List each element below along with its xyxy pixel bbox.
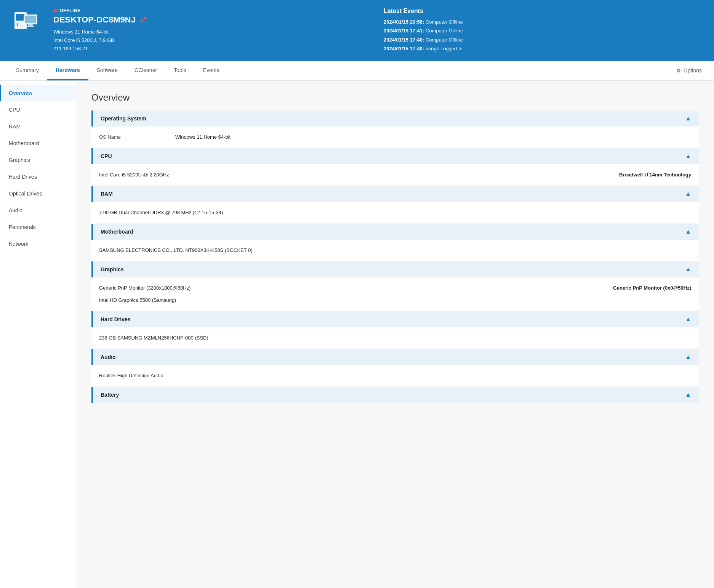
section-title-ram: RAM — [101, 191, 113, 197]
section-body-ram: 7.90 GB Dual-Channel DDR3 @ 798 MHz (12-… — [91, 202, 699, 223]
chevron-up-icon: ▲ — [685, 191, 691, 197]
row-value-right: Generic PnP Monitor (0x0@59Hz) — [613, 285, 691, 291]
section-body-cpu: Intel Core i5 5200U @ 2.20GHzBroadwell-U… — [91, 164, 699, 185]
main-content: Overview Operating System▲OS NameWindows… — [76, 81, 714, 588]
row-label: Generic PnP Monitor (3200x1800@60Hz) — [99, 285, 613, 291]
chevron-up-icon: ▲ — [685, 354, 691, 360]
tab-hardware[interactable]: Hardware — [47, 61, 88, 80]
svg-rect-7 — [27, 26, 34, 27]
page-title: Overview — [91, 92, 699, 103]
event-desc: Computer Offline — [426, 19, 463, 25]
row-value: Windows 11 Home 64-bit — [175, 134, 691, 140]
sidebar-item-optical-drives[interactable]: Optical Drives — [0, 185, 76, 202]
table-row: 238 GB SAMSUNG MZMLN256HCHP-000 (SSD) — [99, 332, 691, 344]
tab-software[interactable]: Software — [88, 61, 126, 80]
svg-rect-6 — [28, 24, 33, 26]
row-label: Intel Core i5 5200U @ 2.20GHz — [99, 172, 619, 178]
table-row: Intel Core i5 5200U @ 2.20GHzBroadwell-U… — [99, 169, 691, 181]
event-desc: Computer Online — [426, 28, 463, 34]
row-single-value: 7.90 GB Dual-Channel DDR3 @ 798 MHz (12-… — [99, 210, 223, 215]
pin-icon[interactable]: 📌 — [139, 16, 147, 24]
options-button[interactable]: ⚙ Options — [672, 64, 706, 77]
status-indicator: OFFLINE — [53, 8, 372, 13]
computer-icon — [11, 8, 42, 38]
hostname: DESKTOP-DC8M9NJ 📌 — [53, 15, 372, 25]
tab-events[interactable]: Events — [195, 61, 228, 80]
section-header-motherboard[interactable]: Motherboard▲ — [91, 224, 699, 240]
event-item: 2024/01/15 17:41: Computer Online — [384, 26, 703, 35]
header-events: Latest Events 2024/01/15 20:58: Computer… — [384, 8, 703, 53]
sidebar-item-peripherals[interactable]: Peripherals — [0, 219, 76, 236]
section-header-hard-drives[interactable]: Hard Drives▲ — [91, 311, 699, 327]
row-value-right: Broadwell-U 14nm Technology — [619, 172, 691, 178]
section-body-motherboard: SAMSUNG ELECTRONICS CO., LTD. NT900X3K-K… — [91, 240, 699, 261]
row-single-value: SAMSUNG ELECTRONICS CO., LTD. NT900X3K-K… — [99, 247, 253, 253]
event-item: 2024/01/15 17:40: Computer Offline — [384, 35, 703, 44]
svg-rect-3 — [16, 23, 19, 24]
tab-summary[interactable]: Summary — [8, 61, 47, 80]
options-label: Options — [684, 67, 702, 74]
sidebar-item-motherboard[interactable]: Motherboard — [0, 135, 76, 152]
event-time: 2024/01/15 20:58: — [384, 19, 424, 25]
table-row: OS NameWindows 11 Home 64-bit — [99, 131, 691, 143]
event-desc: bongk Logged In — [426, 46, 463, 51]
sidebar: OverviewCPURAMMotherboardGraphicsHard Dr… — [0, 81, 76, 588]
sidebar-item-audio[interactable]: Audio — [0, 202, 76, 219]
sidebar-item-graphics[interactable]: Graphics — [0, 152, 76, 168]
event-time: 2024/01/15 17:40: — [384, 37, 424, 43]
section-header-battery[interactable]: Battery▲ — [91, 387, 699, 403]
sidebar-item-cpu[interactable]: CPU — [0, 101, 76, 118]
section-battery: Battery▲ — [91, 387, 699, 403]
chevron-up-icon: ▲ — [685, 391, 691, 398]
section-title-hard-drives: Hard Drives — [101, 316, 131, 322]
section-ram: RAM▲7.90 GB Dual-Channel DDR3 @ 798 MHz … — [91, 186, 699, 223]
section-header-graphics[interactable]: Graphics▲ — [91, 261, 699, 277]
section-header-operating-system[interactable]: Operating System▲ — [91, 111, 699, 127]
table-row: Generic PnP Monitor (3200x1800@60Hz)Gene… — [99, 282, 691, 294]
event-item: 2024/01/15 20:58: Computer Offline — [384, 18, 703, 26]
sidebar-item-overview[interactable]: Overview — [0, 85, 76, 101]
section-title-operating-system: Operating System — [101, 115, 146, 122]
section-body-operating-system: OS NameWindows 11 Home 64-bit — [91, 127, 699, 147]
row-label: OS Name — [99, 134, 175, 140]
row-single-value: 238 GB SAMSUNG MZMLN256HCHP-000 (SSD) — [99, 335, 208, 341]
section-header-ram[interactable]: RAM▲ — [91, 186, 699, 202]
sidebar-item-ram[interactable]: RAM — [0, 118, 76, 135]
row-single-value: Realtek High Definition Audio — [99, 373, 163, 378]
event-time: 2024/01/15 17:40: — [384, 46, 424, 51]
header-info: OFFLINE DESKTOP-DC8M9NJ 📌 Windows 11 Hom… — [53, 8, 372, 53]
chevron-up-icon: ▲ — [685, 266, 691, 273]
event-item: 2024/01/15 17:40: bongk Logged In — [384, 44, 703, 53]
section-motherboard: Motherboard▲SAMSUNG ELECTRONICS CO., LTD… — [91, 224, 699, 261]
navigation: SummaryHardwareSoftwareCCleanerToolsEven… — [0, 61, 714, 81]
sections-container: Operating System▲OS NameWindows 11 Home … — [91, 111, 699, 403]
tab-cccleaner[interactable]: CCleaner — [126, 61, 165, 80]
table-row: Intel HD Graphics 5500 (Samsung) — [99, 294, 691, 306]
chevron-up-icon: ▲ — [685, 316, 691, 323]
row-single-value: Intel HD Graphics 5500 (Samsung) — [99, 297, 176, 303]
sidebar-item-network[interactable]: Network — [0, 236, 76, 252]
tab-tools[interactable]: Tools — [165, 61, 195, 80]
events-list: 2024/01/15 20:58: Computer Offline2024/0… — [384, 18, 703, 53]
section-audio: Audio▲Realtek High Definition Audio — [91, 349, 699, 386]
section-hard-drives: Hard Drives▲238 GB SAMSUNG MZMLN256HCHP-… — [91, 311, 699, 348]
chevron-up-icon: ▲ — [685, 115, 691, 122]
section-title-battery: Battery — [101, 392, 119, 398]
chevron-up-icon: ▲ — [685, 153, 691, 160]
event-desc: Computer Offline — [426, 37, 463, 43]
section-header-cpu[interactable]: CPU▲ — [91, 148, 699, 164]
svg-point-2 — [17, 24, 18, 26]
section-header-audio[interactable]: Audio▲ — [91, 349, 699, 365]
section-title-cpu: CPU — [101, 153, 112, 159]
chevron-up-icon: ▲ — [685, 228, 691, 235]
section-body-hard-drives: 238 GB SAMSUNG MZMLN256HCHP-000 (SSD) — [91, 327, 699, 348]
status-dot — [53, 9, 57, 13]
events-title: Latest Events — [384, 8, 703, 14]
svg-rect-5 — [25, 16, 36, 23]
table-row: SAMSUNG ELECTRONICS CO., LTD. NT900X3K-K… — [99, 244, 691, 256]
section-title-graphics: Graphics — [101, 266, 124, 272]
section-title-motherboard: Motherboard — [101, 229, 133, 235]
sidebar-item-hard-drives[interactable]: Hard Drives — [0, 168, 76, 185]
section-operating-system: Operating System▲OS NameWindows 11 Home … — [91, 111, 699, 147]
layout: OverviewCPURAMMotherboardGraphicsHard Dr… — [0, 81, 714, 588]
